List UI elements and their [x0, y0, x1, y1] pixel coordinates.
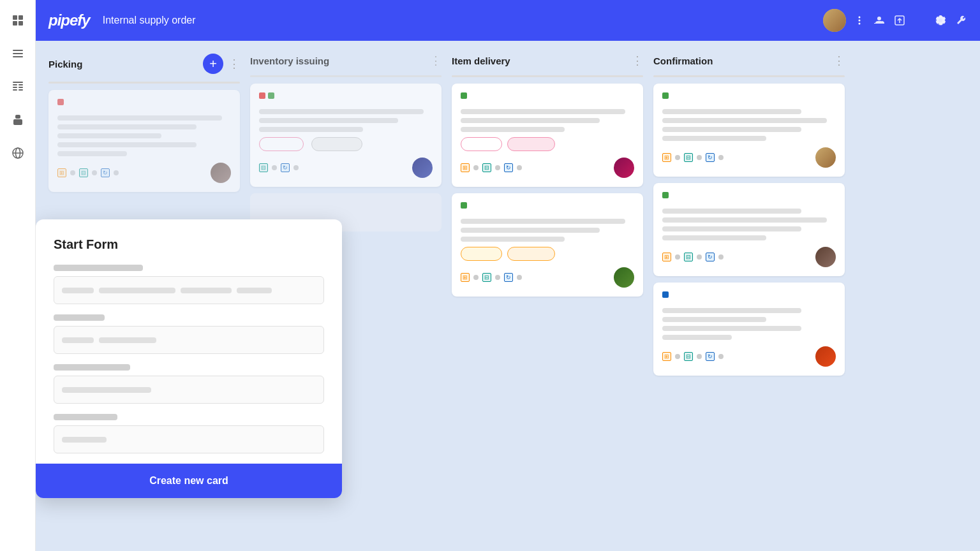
- table-row[interactable]: ⊞ ⊟ ↻: [653, 183, 845, 276]
- dot-icon: [293, 165, 299, 170]
- card-line: [662, 127, 801, 132]
- card-icon: ↻: [281, 163, 290, 172]
- picking-menu-icon[interactable]: ⋮: [228, 57, 240, 71]
- badge-green: [461, 202, 467, 209]
- card-line: [662, 235, 766, 240]
- svg-rect-15: [13, 119, 22, 125]
- svg-rect-2: [13, 21, 17, 26]
- card-line: [461, 109, 625, 114]
- header-more-icon[interactable]: [854, 15, 865, 26]
- card-line: [662, 109, 801, 114]
- dot-icon: [114, 170, 119, 175]
- svg-rect-9: [19, 84, 23, 85]
- card-line: [662, 335, 732, 340]
- card-footer: ⊟ ↻: [259, 158, 433, 178]
- delivery-menu-icon[interactable]: ⋮: [632, 54, 643, 68]
- table-row[interactable]: ⊞ ⊟ ↻: [452, 193, 643, 297]
- form-field-label-1: [54, 265, 143, 271]
- dot-icon: [718, 254, 724, 260]
- card-line: [662, 217, 827, 223]
- dot-icon: [473, 275, 479, 280]
- svg-point-23: [859, 23, 861, 25]
- avatar: [815, 247, 836, 267]
- filter-icon[interactable]: [914, 14, 926, 27]
- dot-icon: [697, 354, 702, 359]
- card-line: [461, 127, 565, 132]
- card-line: [57, 151, 127, 156]
- picking-add-button[interactable]: +: [203, 54, 223, 74]
- wrench-icon[interactable]: [954, 14, 967, 27]
- form-footer: Create new card: [36, 464, 342, 498]
- card-line: [57, 133, 161, 138]
- form-input-1[interactable]: [54, 276, 324, 304]
- card-line: [662, 317, 766, 322]
- card-footer: ⊞ ⊟ ↻: [57, 163, 231, 183]
- form-input-2[interactable]: [54, 326, 324, 354]
- create-card-button[interactable]: Create new card: [54, 475, 324, 487]
- table-row[interactable]: ⊞ ⊟ ↻: [653, 84, 845, 177]
- confirmation-menu-icon[interactable]: ⋮: [833, 54, 845, 68]
- card-icon: ⊟: [684, 352, 693, 361]
- header-avatar[interactable]: [823, 9, 846, 32]
- dot-icon: [517, 275, 522, 280]
- card-icon-label: ⊞: [57, 168, 66, 177]
- input-placeholder: [62, 288, 272, 293]
- svg-rect-11: [19, 87, 23, 88]
- dot-icon: [495, 165, 500, 170]
- board: Picking + ⋮ ⊞ ⊟: [36, 41, 980, 551]
- card-icon: ↻: [706, 352, 715, 361]
- inventory-menu-icon[interactable]: ⋮: [430, 54, 442, 68]
- table-row[interactable]: ⊞ ⊟ ↻: [653, 283, 845, 376]
- card-line: [662, 118, 827, 123]
- card-icons: ⊞ ⊟ ↻: [461, 163, 522, 172]
- inventory-header: Inventory issuing ⋮: [250, 54, 442, 68]
- sidebar-item-globe[interactable]: [8, 143, 28, 163]
- card-line: [662, 209, 801, 214]
- card-icon-attach: ⊟: [79, 168, 88, 177]
- logo: pipefy: [48, 11, 90, 29]
- form-input-4[interactable]: [54, 425, 324, 453]
- card-icon: ↻: [706, 153, 715, 162]
- card-line: [259, 127, 363, 132]
- table-row[interactable]: ⊟ ↻: [250, 84, 442, 187]
- svg-rect-7: [13, 82, 23, 83]
- card-icon: ↻: [504, 273, 513, 282]
- card-icon: ⊟: [684, 253, 693, 261]
- card-line: [461, 118, 600, 123]
- dot-icon: [675, 155, 680, 160]
- badge-green: [461, 92, 467, 99]
- input-placeholder: [62, 387, 151, 393]
- form-field-label-4: [54, 414, 117, 420]
- form-input-3[interactable]: [54, 376, 324, 404]
- avatar: [614, 158, 634, 178]
- sidebar-item-list[interactable]: [8, 43, 28, 64]
- column-confirmation: Confirmation ⋮ ⊞ ⊟: [653, 54, 845, 538]
- dot-icon: [517, 165, 522, 170]
- tag-pill: [259, 137, 304, 151]
- card-icons: ⊞ ⊟ ↻: [662, 153, 724, 162]
- sidebar-item-bot[interactable]: [8, 110, 28, 130]
- settings-icon[interactable]: [934, 14, 947, 27]
- card-icon: ⊟: [482, 163, 491, 172]
- card-line: [259, 109, 424, 114]
- picking-header: Picking + ⋮: [48, 54, 240, 74]
- svg-rect-6: [13, 56, 23, 57]
- svg-point-16: [15, 121, 17, 123]
- confirmation-title: Confirmation: [653, 55, 828, 66]
- users-icon[interactable]: [873, 14, 886, 27]
- export-icon[interactable]: [893, 14, 906, 27]
- svg-rect-5: [13, 53, 23, 54]
- card-icon: ⊞: [461, 273, 470, 282]
- sidebar-item-table[interactable]: [8, 77, 28, 97]
- card-icon: ⊞: [461, 163, 470, 172]
- tag-pill-outline-pink: [461, 137, 502, 151]
- sidebar-item-grid[interactable]: [8, 10, 28, 31]
- table-row[interactable]: ⊞ ⊟ ↻: [452, 84, 643, 187]
- form-field-label-3: [54, 364, 130, 371]
- card-icon: ⊟: [259, 163, 268, 172]
- table-row[interactable]: ⊞ ⊟ ↻: [48, 90, 240, 192]
- badge-green: [268, 92, 274, 99]
- card-line: [662, 136, 766, 141]
- header: pipefy Internal supply order: [36, 0, 980, 41]
- card-icons: ⊞ ⊟ ↻: [662, 253, 724, 261]
